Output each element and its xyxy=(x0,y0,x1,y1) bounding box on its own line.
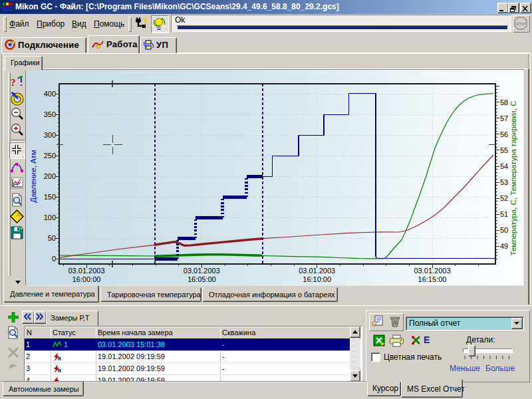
svg-text:R: R xyxy=(58,356,61,361)
svg-text:300: 300 xyxy=(44,131,56,139)
svg-text:150: 150 xyxy=(44,193,56,201)
svg-text:03.01.2003: 03.01.2003 xyxy=(414,267,450,275)
svg-text:16:15:00: 16:15:00 xyxy=(418,275,447,283)
svg-text:57: 57 xyxy=(500,114,508,122)
svg-text:56: 56 xyxy=(500,130,508,138)
svg-text:16:10:00: 16:10:00 xyxy=(303,275,331,283)
svg-text:16:05:00: 16:05:00 xyxy=(188,275,216,283)
svg-text:100: 100 xyxy=(44,213,56,221)
svg-text:55: 55 xyxy=(500,146,508,154)
svg-text:54: 54 xyxy=(500,162,508,170)
svg-text:03.01.2003: 03.01.2003 xyxy=(299,267,335,275)
svg-text:52: 52 xyxy=(500,194,508,202)
svg-text:200: 200 xyxy=(44,172,56,180)
svg-text:400: 400 xyxy=(44,90,56,98)
svg-text:50: 50 xyxy=(500,226,508,234)
svg-text:GC: GC xyxy=(3,5,13,13)
svg-text:?: ? xyxy=(11,77,16,88)
svg-text:03.01.2003: 03.01.2003 xyxy=(68,267,104,275)
svg-text:0: 0 xyxy=(52,255,56,263)
svg-text:03.01.2003: 03.01.2003 xyxy=(184,267,220,275)
svg-text:250: 250 xyxy=(44,152,56,160)
svg-text:STOP: STOP xyxy=(515,22,525,26)
svg-text:50: 50 xyxy=(48,234,56,242)
svg-text:58: 58 xyxy=(500,98,508,106)
svg-text:Температура, С, Температура та: Температура, С, Температура тарировки, С xyxy=(509,101,517,256)
svg-text:16:00:00: 16:00:00 xyxy=(72,275,101,283)
svg-text:53: 53 xyxy=(500,178,508,186)
svg-text:350: 350 xyxy=(44,110,56,118)
svg-text:51: 51 xyxy=(500,210,508,218)
svg-text:Давление, Атм: Давление, Атм xyxy=(29,150,37,202)
svg-text:R: R xyxy=(58,368,61,373)
svg-text:49: 49 xyxy=(500,242,508,250)
